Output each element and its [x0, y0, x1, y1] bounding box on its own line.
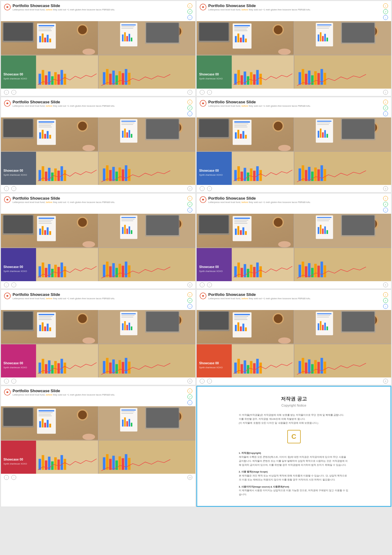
- svg-rect-424: [234, 318, 247, 318]
- svg-rect-464: [314, 360, 317, 373]
- card-preview-2: Showcase 00 Synth chartreuse XOXO: [197, 21, 391, 89]
- svg-rect-71: [234, 30, 247, 31]
- info-icon-button[interactable]: i: [383, 196, 388, 201]
- slide-card-8: Portfolio Showcase Slide Letterpress nex…: [196, 289, 391, 385]
- svg-rect-85: [324, 34, 326, 41]
- check-icon-button[interactable]: ✓: [187, 105, 192, 110]
- svg-rect-493: [121, 411, 134, 412]
- card-header-icons: i ✓ ↓: [187, 3, 192, 20]
- svg-rect-74: [240, 38, 242, 42]
- footer-share-icon[interactable]: ↑: [11, 186, 16, 191]
- check-icon-button[interactable]: ✓: [383, 9, 388, 14]
- svg-rect-204: [326, 134, 328, 138]
- footer-share-icon[interactable]: ↑: [11, 475, 16, 480]
- footer-download-icon[interactable]: ↓: [200, 282, 205, 287]
- card-subtitle: Letterpress next level trust fund, befor…: [208, 8, 311, 12]
- info-icon-button[interactable]: i: [383, 3, 388, 8]
- footer-share-icon[interactable]: ↑: [11, 379, 16, 384]
- svg-rect-434: [317, 315, 330, 316]
- check-icon-button[interactable]: ✓: [383, 105, 388, 110]
- footer-share-icon[interactable]: ↑: [207, 379, 212, 384]
- check-icon-button[interactable]: ✓: [383, 202, 388, 207]
- svg-rect-426: [235, 325, 237, 331]
- footer-download-icon[interactable]: ↓: [4, 379, 9, 384]
- svg-rect-401: [106, 358, 108, 373]
- check-icon-button[interactable]: ✓: [383, 298, 388, 303]
- svg-point-420: [274, 314, 283, 323]
- footer-page-number: 10: [187, 475, 192, 480]
- card-title-block: Portfolio Showcase Slide Letterpress nex…: [13, 100, 115, 108]
- svg-point-178: [202, 103, 204, 104]
- svg-rect-317: [317, 220, 329, 221]
- svg-rect-25: [126, 36, 128, 41]
- copyright-card: 저작권 공고 Copyright Notice 이 저작물(저작권물)은 저작권…: [196, 386, 391, 507]
- footer-share-icon[interactable]: ↑: [207, 90, 212, 95]
- info-icon-button[interactable]: i: [187, 3, 192, 8]
- svg-rect-429: [243, 323, 244, 331]
- info-icon-button[interactable]: i: [187, 292, 192, 297]
- slide-card-1: Portfolio Showcase Slide Letterpress nex…: [1, 1, 196, 96]
- footer-download-icon[interactable]: ↓: [4, 186, 9, 191]
- card-footer-4: ↓ ↑ 3: [197, 185, 391, 192]
- svg-rect-171: [125, 165, 127, 181]
- svg-rect-198: [317, 123, 330, 123]
- card-title-block: Portfolio Showcase Slide Letterpress nex…: [13, 388, 115, 396]
- card-subtitle: Letterpress next level trust fund, befor…: [208, 201, 311, 204]
- card-header-1: Portfolio Showcase Slide Letterpress nex…: [1, 1, 195, 21]
- svg-rect-230: [321, 165, 323, 181]
- svg-rect-403: [112, 359, 115, 373]
- card-header-icons: i ✓ ↓: [187, 100, 192, 116]
- svg-rect-172: [128, 169, 130, 181]
- card-footer-1: ↓ ↑ 7: [1, 89, 195, 96]
- svg-point-119: [7, 103, 8, 104]
- info-icon-button[interactable]: i: [187, 388, 192, 393]
- info-icon-button[interactable]: i: [383, 100, 388, 105]
- svg-rect-208: [342, 119, 375, 139]
- footer-download-icon[interactable]: ↓: [4, 282, 9, 287]
- svg-rect-167: [112, 167, 115, 181]
- footer-download-icon[interactable]: ↓: [4, 90, 9, 95]
- highlight-text: before: [242, 201, 248, 204]
- svg-rect-274: [45, 268, 47, 278]
- svg-rect-465: [317, 362, 320, 373]
- footer-share-icon[interactable]: ↑: [11, 282, 16, 287]
- svg-rect-79: [317, 25, 331, 25]
- footer-download-icon[interactable]: ↓: [200, 90, 205, 95]
- footer-share-icon[interactable]: ↑: [207, 282, 212, 287]
- svg-rect-395: [54, 361, 57, 373]
- download-icon-button[interactable]: ↓: [187, 208, 192, 212]
- info-icon-button[interactable]: i: [187, 196, 192, 201]
- logo-icon: [200, 100, 206, 107]
- download-icon-button[interactable]: ↓: [187, 304, 192, 309]
- footer-download-icon[interactable]: ↓: [4, 475, 9, 480]
- check-icon-button[interactable]: ✓: [187, 394, 192, 399]
- svg-text:Synth chartreuse XOXO: Synth chartreuse XOXO: [199, 174, 223, 176]
- check-icon-button[interactable]: ✓: [187, 9, 192, 14]
- footer-page-number: 4: [187, 282, 192, 287]
- info-icon-button[interactable]: i: [383, 292, 388, 297]
- svg-point-209: [278, 145, 291, 151]
- check-icon-button[interactable]: ✓: [187, 298, 192, 303]
- slide-card-5: Portfolio Showcase Slide Letterpress nex…: [1, 193, 196, 289]
- download-icon-button[interactable]: ↓: [383, 304, 388, 309]
- svg-rect-139: [121, 123, 134, 123]
- footer-download-icon[interactable]: ↓: [200, 186, 205, 191]
- svg-rect-101: [253, 75, 255, 85]
- svg-rect-436: [318, 323, 319, 330]
- svg-rect-145: [131, 134, 132, 138]
- download-icon-button[interactable]: ↓: [187, 111, 192, 116]
- svg-rect-312: [245, 231, 247, 235]
- footer-share-icon[interactable]: ↑: [11, 90, 16, 95]
- download-icon-button[interactable]: ↓: [383, 111, 388, 116]
- footer-download-icon[interactable]: ↓: [200, 379, 205, 384]
- download-icon-button[interactable]: ↓: [383, 208, 388, 212]
- download-icon-button[interactable]: ↓: [187, 15, 192, 20]
- svg-rect-289: [125, 262, 127, 277]
- download-icon-button[interactable]: ↓: [383, 15, 388, 20]
- download-icon-button[interactable]: ↓: [187, 400, 192, 405]
- info-icon-button[interactable]: i: [187, 100, 192, 105]
- footer-share-icon[interactable]: ↑: [207, 186, 212, 191]
- check-icon-button[interactable]: ✓: [187, 202, 192, 207]
- svg-rect-462: [308, 359, 311, 373]
- footer-left: ↓ ↑: [4, 379, 16, 384]
